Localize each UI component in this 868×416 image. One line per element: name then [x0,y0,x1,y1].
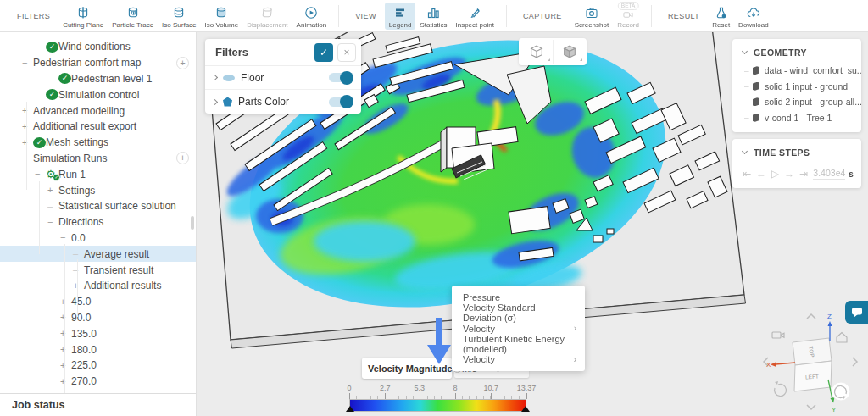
tree-expander-icon[interactable] [60,297,71,307]
3d-viewport[interactable]: Filters ✓ × Floor Parts Color [197,32,868,416]
tree-item[interactable]: 225.0 [0,358,196,374]
time-steps-header[interactable]: TIME STEPS [732,146,861,163]
animation-button[interactable]: Animation [292,3,331,30]
geometry-item[interactable]: – data - wind_comfort_su... [732,63,861,79]
geometry-item[interactable]: – solid 2 input - group-all... [732,94,861,110]
rotate-right-chevron[interactable] [853,358,857,366]
time-step-value-input[interactable]: 3.403e4 [813,168,845,180]
play-button[interactable]: ▷ [771,169,779,179]
inspect-point-button[interactable]: Inspect point [452,3,498,30]
tree-item[interactable]: Settings [0,182,196,198]
tree-expander-icon[interactable] [47,186,58,195]
tree-expander-icon[interactable] [22,58,33,68]
filter-row-label: Parts Color [238,96,329,108]
cutting-plane-button[interactable]: Cutting Plane [58,3,108,30]
wireframe-cube-button[interactable] [520,40,553,64]
chevron-right-icon[interactable] [212,75,218,80]
reset-button[interactable]: Reset [708,3,734,30]
iso-surface-button[interactable]: Iso Surface [158,3,200,30]
home-icon[interactable] [837,333,847,343]
add-button[interactable]: + [176,152,189,164]
view-cube[interactable]: TOP LEFT [793,338,832,391]
tree-item[interactable]: 135.0 [0,325,196,341]
sidebar-scrollbar[interactable] [191,216,194,230]
tree-item[interactable]: 0.0 [0,230,196,247]
tree-item[interactable]: Pedestrian level 1 [0,71,196,87]
tree-item[interactable]: Wind conditions [0,39,196,55]
tree-item[interactable]: Mesh settings [0,135,196,151]
next-step-button[interactable]: → [784,169,794,179]
iso-volume-button[interactable]: Iso Volume [201,3,243,30]
screenshot-button[interactable]: Screenshot [570,3,613,30]
filters-close-button[interactable]: × [337,43,356,62]
chat-button[interactable] [845,301,868,324]
tree-expander-icon[interactable] [22,153,33,163]
tree-expander-icon[interactable] [73,281,84,291]
tree-status-icon [33,137,46,148]
geometry-header[interactable]: GEOMETRY [732,46,861,63]
legend-button[interactable]: Legend [385,3,416,30]
filter-toggle[interactable] [329,97,353,107]
download-button[interactable]: Download [734,3,773,30]
tree-item[interactable]: Run 1 [0,166,196,182]
tree-expander-icon[interactable] [47,202,58,211]
solid-cube-button[interactable] [553,40,585,64]
camera-icon[interactable] [772,332,784,338]
tree-expander-icon[interactable] [47,218,58,227]
rotate-up-chevron[interactable] [807,314,815,319]
menu-item[interactable]: Turbulent Kinetic Energy (modelled) [452,336,585,352]
tree-item[interactable]: Additional results [0,278,196,294]
tree-expander-icon[interactable] [73,265,84,275]
tree-item[interactable]: Statistical surface solution [0,198,196,214]
rotate-ccw-icon[interactable] [775,385,787,397]
tree-expander-icon[interactable] [22,106,33,115]
legend-min-handle[interactable] [346,406,354,412]
tree-item[interactable]: Transient result [0,262,196,278]
submenu-chevron-icon: › [574,324,576,333]
tree-expander-icon[interactable] [60,233,71,242]
tree-expander-icon[interactable] [60,329,71,338]
filters-section-label: FILTERS [17,12,50,20]
filter-row[interactable]: Floor [205,66,361,90]
screenshot-icon [585,6,598,19]
legend-max-handle[interactable] [521,406,530,412]
statistics-button[interactable]: Statistics [415,3,451,30]
first-step-button[interactable]: ⇤ [743,169,751,179]
tree-status-icon [58,73,71,84]
tree-item[interactable]: 90.0 [0,310,196,326]
tree-item[interactable]: Directions [0,214,196,230]
simulation-tree: Wind conditions Pedestrian comfort map +… [0,32,196,393]
cube-face-left-label[interactable]: LEFT [805,373,819,380]
menu-item[interactable]: Velocity Standard Deviation (σ) [452,305,585,320]
tree-item[interactable]: 270.0 [0,374,196,390]
filter-toggle[interactable] [329,73,353,82]
tree-expander-icon[interactable] [73,249,84,258]
job-status-bar[interactable]: Job status [0,393,196,416]
tree-item[interactable]: Additional result export [0,119,196,135]
tree-item[interactable]: Advanced modelling [0,103,196,119]
tree-item[interactable]: Average result [0,246,196,262]
tree-item[interactable]: Pedestrian comfort map + [0,55,196,71]
tree-item[interactable]: 45.0 [0,294,196,310]
add-button[interactable]: + [176,57,189,69]
tree-expander-icon[interactable] [60,377,71,386]
filters-confirm-button[interactable]: ✓ [314,43,333,62]
geometry-item[interactable]: – solid 1 input - ground [732,79,861,95]
legend-colorbar[interactable] [349,399,526,412]
tree-expander-icon[interactable] [60,361,71,370]
filter-row[interactable]: Parts Color [205,90,361,114]
rotate-down-chevron[interactable] [807,405,815,409]
previous-step-button[interactable]: ← [756,169,766,179]
tree-expander-icon[interactable] [60,313,71,322]
particle-trace-button[interactable]: Particle Trace [108,3,158,30]
tree-expander-icon[interactable] [22,122,33,131]
tree-item[interactable]: Simulation control [0,86,196,103]
chevron-right-icon[interactable] [212,98,218,104]
tree-item[interactable]: Simulation Runs + [0,151,196,167]
tree-expander-icon[interactable] [60,345,71,354]
tree-item[interactable]: 180.0 [0,341,196,358]
tree-expander-icon[interactable] [22,138,33,147]
tree-expander-icon[interactable] [35,169,46,179]
geometry-item[interactable]: – v-cond 1 - Tree 1 [732,110,861,126]
last-step-button[interactable]: ⇥ [799,169,808,179]
